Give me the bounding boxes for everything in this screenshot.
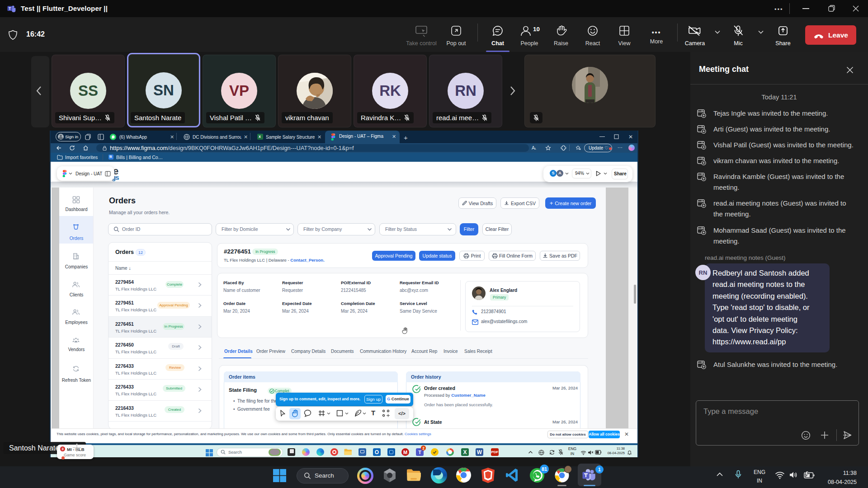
svg-text:T: T	[9, 6, 11, 11]
svg-text:10: 10	[533, 26, 540, 33]
